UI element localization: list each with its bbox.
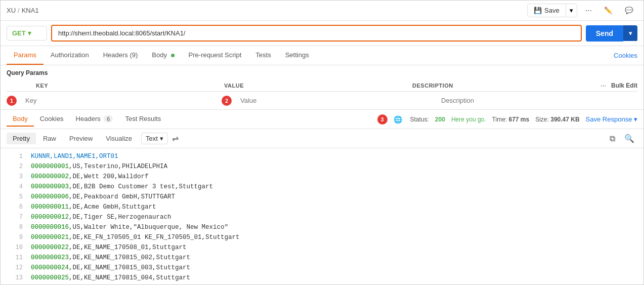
line-number: 12 (7, 264, 23, 271)
status-code: 200 (435, 116, 445, 123)
search-button[interactable]: 🔍 (621, 132, 637, 145)
response-bar: Body Cookies Headers 6 Test Results 3 🌐 … (1, 109, 643, 129)
resp-tab-test-results[interactable]: Test Results (119, 112, 167, 127)
comment-button[interactable]: 💬 (621, 4, 637, 17)
save-button[interactable]: 💾 Save (528, 4, 566, 17)
search-icon: 🔍 (624, 134, 634, 143)
line-content: 0000000001,US,Testerino,PHILADELPHIA (31, 163, 167, 170)
fmt-tab-pretty[interactable]: Pretty (7, 133, 36, 144)
response-tabs: Body Cookies Headers 6 Test Results (7, 112, 167, 127)
status-time: Time: 677 ms (492, 116, 530, 123)
wrap-button[interactable]: ⇌ (169, 132, 182, 145)
header-bar: XU / KNA1 💾 Save ▾ ··· ✏️ 💬 (1, 1, 643, 21)
line-number: 5 (7, 193, 23, 200)
param-desc-input[interactable] (437, 94, 637, 107)
body-toolbar: Pretty Raw Preview Visualize Text ▾ ⇌ ⧉ … (1, 129, 643, 148)
line-number: 4 (7, 183, 23, 190)
wrap-icon: ⇌ (172, 134, 179, 143)
tab-authorization[interactable]: Authorization (44, 46, 96, 65)
url-bar: GET ▾ Send ▾ (1, 21, 643, 46)
params-input-row: 1 2 (7, 92, 637, 109)
col-desc-header: DESCRIPTION (412, 83, 600, 89)
header-actions: 💾 Save ▾ ··· ✏️ 💬 (527, 4, 637, 17)
code-line: 100000000022,DE,KE_NAME_170508_01,Stuttg… (1, 243, 643, 254)
save-response-button[interactable]: Save Response ▾ (586, 115, 637, 123)
save-btn-group: 💾 Save ▾ (527, 4, 577, 17)
more-options-button[interactable]: ··· (581, 4, 596, 17)
text-dropdown-chevron-icon: ▾ (160, 135, 163, 142)
chevron-down-icon: ▾ (570, 7, 573, 14)
param-key-input[interactable] (21, 94, 222, 107)
line-content: 0000000021,DE,KE_FN_170505_01 KE_FN_1705… (31, 234, 240, 241)
line-number: 7 (7, 214, 23, 221)
text-format-dropdown[interactable]: Text ▾ (141, 133, 168, 144)
comment-icon: 💬 (625, 7, 633, 14)
headers-badge: 6 (104, 115, 113, 123)
body-dot-icon (171, 54, 175, 57)
status-message: Here you go. (451, 116, 486, 123)
line-number: 6 (7, 203, 23, 211)
tab-params[interactable]: Params (7, 46, 44, 65)
line-content: 0000000016,US,Walter White,"Albuquerque,… (31, 224, 228, 231)
col-actions-header: ··· Bulk Edit (600, 82, 637, 89)
status-label: Status: (410, 116, 429, 123)
badge-3: 3 (377, 114, 388, 125)
edit-button[interactable]: ✏️ (600, 4, 617, 17)
send-btn-group: Send ▾ (586, 25, 637, 42)
breadcrumb: XU / KNA1 (7, 7, 39, 14)
format-tabs: Pretty Raw Preview Visualize Text ▾ ⇌ (7, 132, 182, 145)
send-chevron-icon: ▾ (629, 29, 632, 37)
edit-icon: ✏️ (604, 7, 613, 14)
response-code-area[interactable]: 1KUNNR,LAND1,NAME1,ORT0120000000001,US,T… (1, 148, 643, 284)
line-content: 0000000023,DE,KE_NAME_170815_002,Stuttga… (31, 254, 190, 261)
body-actions: ⧉ 🔍 (607, 132, 637, 145)
fmt-tab-raw[interactable]: Raw (37, 133, 62, 144)
send-button[interactable]: Send (586, 25, 623, 42)
line-number: 9 (7, 234, 23, 241)
fmt-tab-visualize[interactable]: Visualize (100, 133, 138, 144)
send-chevron-button[interactable]: ▾ (623, 25, 637, 41)
main-content: Query Params KEY VALUE DESCRIPTION ··· B… (1, 65, 643, 284)
method-dropdown[interactable]: GET ▾ (7, 26, 47, 40)
line-number: 2 (7, 163, 23, 170)
code-line: 1KUNNR,LAND1,NAME1,ORT01 (1, 152, 643, 162)
code-line: 30000000002,DE,Wett 200,Walldorf (1, 173, 643, 183)
params-header-row: KEY VALUE DESCRIPTION ··· Bulk Edit (7, 79, 637, 92)
tab-body[interactable]: Body (145, 46, 181, 65)
code-line: 60000000011,DE,Acme GmbH,Stuttgart (1, 203, 643, 213)
resp-tab-headers[interactable]: Headers 6 (70, 112, 119, 127)
tab-settings[interactable]: Settings (278, 46, 316, 65)
tab-pre-request[interactable]: Pre-request Script (182, 46, 249, 65)
request-tabs: Params Authorization Headers (9) Body Pr… (7, 46, 316, 65)
param-value-input[interactable] (236, 94, 437, 107)
fmt-tab-preview[interactable]: Preview (63, 133, 99, 144)
code-line: 70000000012,DE,Tiger SE,Herzogenaurach (1, 213, 643, 223)
resp-tab-body[interactable]: Body (7, 112, 34, 127)
code-line: 50000000006,DE,Peakboard GmbH,STUTTGART (1, 193, 643, 203)
bulk-edit-button[interactable]: Bulk Edit (611, 82, 637, 89)
request-tabs-bar: Params Authorization Headers (9) Body Pr… (1, 46, 643, 65)
resp-tab-cookies[interactable]: Cookies (34, 112, 70, 127)
line-content: 0000000011,DE,Acme GmbH,Stuttgart (31, 203, 156, 211)
copy-icon: ⧉ (610, 134, 615, 143)
line-number: 3 (7, 173, 23, 180)
col-actions-more-icon: ··· (600, 82, 606, 89)
badge-2: 2 (222, 96, 232, 106)
cookies-link[interactable]: Cookies (614, 47, 637, 64)
code-line: 20000000001,US,Testerino,PHILADELPHIA (1, 162, 643, 173)
method-chevron-icon: ▾ (28, 29, 31, 37)
tab-tests[interactable]: Tests (248, 46, 278, 65)
method-label: GET (12, 29, 26, 37)
line-content: 0000000012,DE,Tiger SE,Herzogenaurach (31, 214, 171, 221)
col-value-header: VALUE (224, 83, 412, 89)
tab-headers[interactable]: Headers (9) (96, 46, 145, 65)
url-input[interactable] (51, 25, 582, 42)
save-chevron-button[interactable]: ▾ (566, 4, 577, 17)
badge-1: 1 (7, 96, 17, 106)
code-line: 80000000016,US,Walter White,"Albuquerque… (1, 223, 643, 233)
line-number: 1 (7, 153, 23, 160)
line-number: 11 (7, 254, 23, 261)
code-line: 40000000003,DE,B2B Demo Customer 3 test,… (1, 183, 643, 193)
copy-button[interactable]: ⧉ (607, 132, 618, 145)
line-number: 13 (7, 274, 23, 281)
